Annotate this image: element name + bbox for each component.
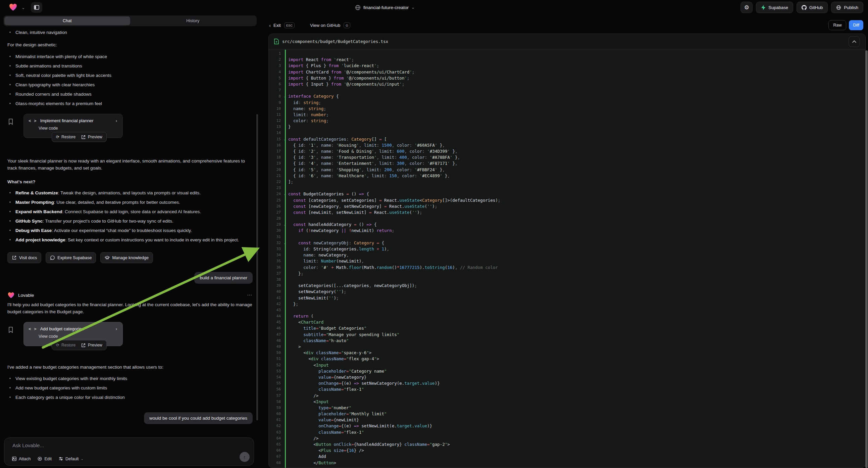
preview-button[interactable]: Preview: [81, 135, 102, 140]
list-item: Clean, intuitive navigation: [7, 29, 253, 36]
restore-button[interactable]: ⟳ Restore: [56, 135, 75, 139]
code-text: <Input: [288, 399, 329, 405]
code-line: 48 className="h-auto": [269, 338, 865, 344]
fold-spacer: [281, 417, 288, 423]
line-number: 34: [269, 252, 281, 258]
bookmark-icon[interactable]: [8, 327, 13, 333]
attach-button[interactable]: Attach: [12, 456, 31, 461]
fold-spacer: [281, 362, 288, 368]
code-line: 16 { id: '1', name: 'Housing', limit: 15…: [269, 142, 865, 148]
globe-icon: [355, 5, 361, 10]
code-scrollbar[interactable]: [865, 50, 868, 468]
code-line: 6import { Input } from '@/components/ui/…: [269, 81, 865, 87]
list-item: View existing budget categories with the…: [7, 375, 253, 382]
publish-button[interactable]: Publish: [831, 2, 863, 13]
help-paragraph: I'll help you add budget categories to t…: [7, 301, 253, 315]
fold-spacer: [281, 447, 288, 454]
composer: Attach Edit Default ⌄ ↑: [4, 437, 254, 466]
list-item: Master Prompting: Use clear, detailed, a…: [7, 199, 253, 206]
code-line: 67 Add: [269, 454, 865, 460]
chat-scroll-area[interactable]: Clean, intuitive navigation For the desi…: [0, 28, 260, 435]
explore-supabase-button[interactable]: Explore Supabase: [45, 252, 96, 263]
project-selector[interactable]: financial-future-creator ⌄: [355, 0, 415, 15]
code-line: 14: [269, 130, 865, 136]
supabase-label: Supabase: [768, 5, 788, 10]
bookmark-icon[interactable]: [8, 118, 13, 125]
code-line: 53 placeholder="Category name": [269, 368, 865, 374]
fold-spacer: [281, 338, 288, 344]
code-text: limit: number;: [288, 112, 329, 118]
code-lines[interactable]: 12import React from 'react';3import { Pl…: [269, 50, 865, 468]
fold-spacer: [281, 228, 288, 234]
line-number: 47: [269, 332, 281, 338]
view-code-link[interactable]: View code: [39, 334, 122, 339]
chevron-left-icon[interactable]: ‹: [269, 23, 271, 28]
fold-chevron-icon[interactable]: ⌄: [281, 93, 288, 99]
fold-spacer: [281, 124, 288, 130]
chat-input[interactable]: [12, 442, 214, 448]
image-icon: [12, 456, 17, 461]
fold-spacer: [281, 130, 288, 136]
tab-chat[interactable]: Chat: [4, 17, 130, 25]
code-line: 42 };: [269, 301, 865, 307]
line-number: 68: [269, 460, 281, 466]
edit-button[interactable]: Edit: [37, 456, 52, 461]
code-text: import React from 'react';: [288, 57, 354, 63]
lovable-logo[interactable]: [9, 3, 18, 12]
line-number: 32: [269, 240, 281, 246]
github-label: GitHub: [809, 5, 823, 10]
line-number: 46: [269, 325, 281, 331]
panel-icon: [34, 5, 39, 10]
code-text: { id: '3', name: 'Transportation', limit…: [288, 154, 460, 160]
fold-spacer: [281, 356, 288, 362]
github-button[interactable]: GitHub: [797, 2, 828, 13]
chat-scrollbar[interactable]: [256, 114, 258, 420]
external-link-icon: [12, 255, 17, 260]
fold-spacer: [281, 106, 288, 112]
line-number: 39: [269, 283, 281, 289]
collapse-button[interactable]: [848, 36, 860, 47]
settings-button[interactable]: ⚙: [741, 2, 752, 13]
code-line: 30 if (!newCategory || !newLimit) return…: [269, 228, 865, 234]
message-menu-button[interactable]: ⋯: [247, 292, 253, 298]
sidebar-toggle-button[interactable]: [31, 2, 42, 13]
restore-button[interactable]: ⟳ Restore: [56, 343, 75, 348]
code-text: const [newCategory, setNewCategory] = Re…: [288, 203, 437, 209]
fold-spacer: [281, 167, 288, 173]
supabase-button[interactable]: Supabase: [756, 2, 793, 13]
code-text: placeholder="Category name": [288, 368, 387, 374]
preview-button[interactable]: Preview: [81, 343, 102, 348]
mode-selector[interactable]: Default ⌄: [58, 456, 84, 461]
list-item: Glass-morphic elements for a premium fee…: [7, 100, 253, 107]
version-card-title: Add budget categories: [40, 326, 113, 331]
code-line: 2import React from 'react';: [269, 57, 865, 63]
list-item: GitHub Sync: Transfer your project's cod…: [7, 217, 253, 225]
fold-chevron-icon[interactable]: ⌄: [281, 136, 288, 142]
line-number: 21: [269, 173, 281, 179]
line-number: 59: [269, 405, 281, 411]
code-text: };: [288, 271, 303, 276]
file-header[interactable]: src/components/budget/BudgetCategories.t…: [269, 34, 865, 49]
fold-chevron-icon[interactable]: ⌄: [281, 191, 288, 197]
exit-button[interactable]: Exit: [274, 23, 281, 28]
send-button[interactable]: ↑: [240, 452, 250, 462]
view-code-link[interactable]: View code: [39, 126, 122, 130]
logo-chevron-icon[interactable]: ⌄: [22, 5, 25, 10]
code-text: value={newLimit}: [288, 417, 359, 423]
visit-docs-button[interactable]: Visit docs: [7, 252, 41, 263]
diff-button[interactable]: Diff: [849, 20, 863, 30]
manage-knowledge-button[interactable]: Manage knowledge: [100, 252, 153, 263]
fold-chevron-icon[interactable]: ⌄: [281, 222, 288, 228]
line-number: 64: [269, 435, 281, 441]
line-number: 26: [269, 203, 281, 209]
version-card-2-wrap: < > Add budget categories › View code ⟳ …: [7, 322, 253, 355]
raw-button[interactable]: Raw: [829, 20, 846, 30]
code-text: const newCategoryObj: Category = {: [288, 240, 384, 246]
tab-history[interactable]: History: [130, 17, 256, 25]
fold-chevron-icon[interactable]: ⌄: [281, 240, 288, 246]
code-text: setNewCategory('');: [288, 289, 346, 295]
fold-spacer: [281, 154, 288, 160]
line-number: 49: [269, 344, 281, 350]
view-on-github-button[interactable]: View on GitHub: [310, 23, 340, 28]
fold-spacer: [281, 173, 288, 179]
